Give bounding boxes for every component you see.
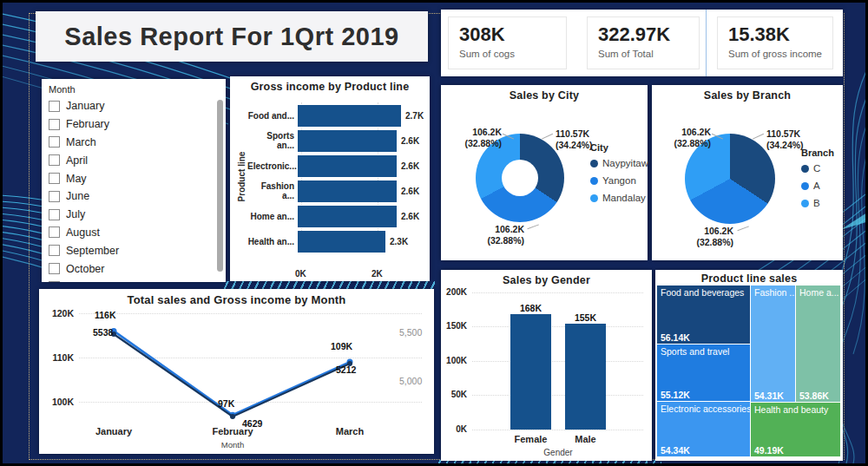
gross-income-bar-chart: Gross income by Product line Product lin…	[230, 76, 430, 281]
page-title: Sales Report For 1Qrt 2019	[64, 23, 398, 51]
legend-item-yangon[interactable]: Yangon	[590, 175, 648, 186]
y-tick: 150K	[441, 321, 467, 331]
x-tick: 0K	[295, 269, 306, 279]
data-label: 168K	[510, 303, 551, 313]
checkbox-icon[interactable]	[49, 154, 60, 166]
chart-title: Product line sales	[655, 270, 843, 285]
legend-dot	[590, 177, 598, 185]
chart-title: Sales by Branch	[652, 85, 843, 102]
legend-dot	[801, 200, 809, 207]
slicer-item-april[interactable]: April	[42, 151, 226, 169]
hatch-decoration	[434, 460, 661, 466]
slicer-item-june[interactable]: June	[42, 187, 226, 206]
bar-row: Fashion a...2.6K	[247, 178, 424, 204]
kpi-card-cogs[interactable]: 308K Sum of cogs	[448, 16, 567, 69]
kpi-divider	[706, 10, 707, 76]
bar[interactable]	[298, 231, 385, 253]
sales-gross-income-line-chart: Total sales and Gross income by Month 12…	[39, 289, 434, 454]
treemap-tile-health-and-beauty[interactable]: Health and beauty 49.19K	[751, 403, 840, 456]
slicer-item-february[interactable]: February	[42, 115, 226, 134]
legend-item-b[interactable]: B	[801, 198, 834, 208]
legend-item-a[interactable]: A	[801, 180, 834, 191]
gridline	[472, 292, 643, 293]
gridline	[472, 430, 643, 430]
bar[interactable]	[298, 206, 397, 227]
callout-yangon: 106.2K(32.88%)	[470, 224, 524, 246]
treemap-tile-fashion-accessories[interactable]: Fashion ... 54.31K	[751, 286, 795, 402]
sales-by-city-donut: Sales by City 106.2K(32.88%) 110.57K(34.…	[441, 85, 648, 260]
slicer-item-july[interactable]: July	[42, 206, 226, 224]
data-label: 4629	[242, 418, 262, 429]
bar[interactable]	[298, 180, 397, 202]
treemap-tile-sports-and-travel[interactable]: Sports and travel 55.12K	[657, 345, 750, 401]
treemap-tile-home-and-lifestyle[interactable]: Home a... 53.86K	[796, 286, 840, 402]
bar-row: Electronic...2.6K	[247, 153, 424, 179]
y-tick: 50K	[441, 390, 467, 399]
kpi-card-total[interactable]: 322.97K Sum of Total	[587, 16, 700, 69]
slicer-list: January February March April May June Ju…	[42, 97, 226, 282]
bar[interactable]	[298, 155, 397, 177]
checkbox-icon[interactable]	[49, 119, 60, 130]
slicer-item-august[interactable]: August	[42, 224, 226, 242]
x-tick: Male	[565, 434, 606, 444]
checkbox-icon[interactable]	[49, 281, 60, 282]
legend-dot	[801, 165, 809, 173]
callout-mandalay: 106.2K(32.88%)	[448, 127, 502, 149]
legend: City Naypyitaw Yangon Mandalay	[590, 142, 648, 210]
slicer-item-november[interactable]: November	[42, 278, 226, 282]
data-label: 97K	[218, 398, 234, 409]
gridline	[472, 326, 643, 327]
kpi-card-gross-income[interactable]: 15.38K Sum of gross income	[717, 16, 833, 69]
month-slicer: Month January February March April May J…	[42, 79, 226, 282]
bar-row: Food and...2.7K	[247, 102, 424, 128]
y-axis-title: Product line	[237, 147, 247, 207]
kpi-label: Sum of Total	[598, 49, 699, 59]
slicer-header: Month	[42, 79, 226, 95]
data-label: 116K	[95, 310, 116, 320]
y-tick: 100K	[441, 356, 467, 365]
legend-item-c[interactable]: C	[801, 163, 834, 174]
data-label: 109K	[331, 341, 352, 351]
slicer-item-may[interactable]: May	[42, 169, 226, 187]
legend-dot	[590, 160, 598, 167]
bar[interactable]	[298, 130, 397, 152]
legend: Branch C A B	[801, 148, 834, 215]
x-axis-title: Month	[217, 440, 248, 450]
kpi-panel: 308K Sum of cogs 322.97K Sum of Total 15…	[441, 10, 843, 76]
gridline	[472, 395, 643, 396]
slicer-item-october[interactable]: October	[42, 259, 226, 278]
checkbox-icon[interactable]	[49, 245, 60, 256]
legend-title: City	[590, 142, 648, 153]
chart-title: Sales by Gender	[441, 270, 652, 286]
sales-by-branch-pie: Sales by Branch 106.2K(32.88%) 110.57K(3…	[652, 85, 843, 260]
checkbox-icon[interactable]	[49, 136, 60, 148]
report-title-panel: Sales Report For 1Qrt 2019	[36, 11, 428, 62]
legend-item-mandalay[interactable]: Mandalay	[590, 193, 648, 203]
treemap-tile-electronic-accessories[interactable]: Electronic accessories 54.34K	[657, 402, 750, 456]
donut-hole	[502, 160, 538, 196]
kpi-label: Sum of cogs	[459, 49, 566, 59]
slicer-scrollbar[interactable]	[217, 100, 223, 272]
checkbox-icon[interactable]	[49, 263, 60, 274]
x-tick: January	[88, 426, 140, 436]
x-axis-title: Gender	[536, 448, 580, 457]
gridline	[472, 361, 643, 362]
bar-male[interactable]	[565, 324, 606, 430]
checkbox-icon[interactable]	[49, 209, 60, 220]
plot-area: Food and...2.7K Sports an...2.6K Electro…	[247, 102, 424, 252]
legend-item-naypyitaw[interactable]: Naypyitaw	[590, 158, 648, 168]
treemap-tile-food-and-beverages[interactable]: Food and beverages 56.14K	[657, 286, 750, 344]
slicer-item-january[interactable]: January	[42, 97, 226, 115]
bar[interactable]	[298, 105, 401, 127]
legend-dot	[590, 194, 598, 202]
bar-female[interactable]	[510, 314, 551, 430]
checkbox-icon[interactable]	[49, 226, 60, 238]
checkbox-icon[interactable]	[49, 173, 60, 184]
slicer-item-september[interactable]: September	[42, 241, 226, 259]
checkbox-icon[interactable]	[49, 191, 60, 202]
slicer-item-march[interactable]: March	[42, 134, 226, 152]
x-tick: March	[324, 426, 376, 436]
kpi-label: Sum of gross income	[728, 49, 832, 59]
checkbox-icon[interactable]	[49, 101, 60, 112]
data-label: 5212	[336, 364, 356, 375]
